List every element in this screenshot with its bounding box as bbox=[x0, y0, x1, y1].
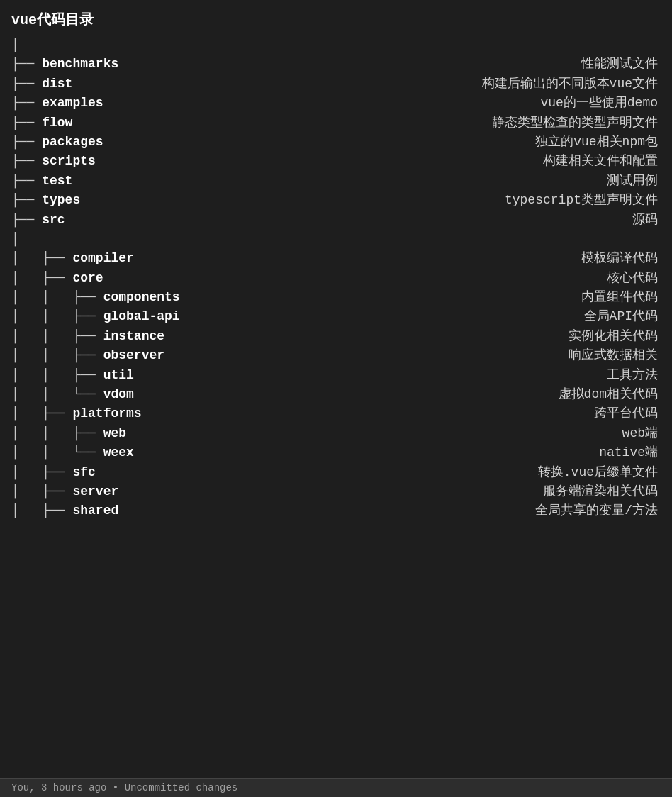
tree-item-comment: 响应式数据相关 bbox=[526, 347, 658, 364]
tree-item-comment: 测试用例 bbox=[564, 173, 658, 189]
tree-prefix: ├── bbox=[11, 115, 42, 131]
tree-prefix: │ ├── bbox=[11, 503, 72, 519]
tree-row: │ │ └── vdom虚拟dom相关代码 bbox=[11, 385, 658, 404]
tree-item-name: server bbox=[72, 484, 118, 500]
tree-prefix: │ │ ├── bbox=[11, 347, 103, 364]
tree-prefix: ├── bbox=[11, 76, 42, 92]
tree-item-comment: 全局API代码 bbox=[542, 308, 658, 325]
tree-item-name: packages bbox=[42, 134, 103, 150]
tree-item-name: components bbox=[103, 289, 180, 306]
tree-row: ├── scripts构建相关文件和配置 bbox=[11, 152, 658, 171]
tree-prefix: │ ├── bbox=[11, 270, 72, 286]
tree-item-comment: 构建相关文件和配置 bbox=[500, 153, 658, 169]
tree-prefix: │ │ ├── bbox=[11, 425, 103, 442]
tree-item-name: platforms bbox=[72, 406, 141, 422]
tree-item-name: weex bbox=[103, 445, 134, 461]
tree-vertical-line-top: │ bbox=[11, 35, 658, 55]
tree-row: ├── examplesvue的一些使用demo bbox=[11, 94, 658, 113]
tree-item-comment: 服务端渲染相关代码 bbox=[500, 484, 658, 500]
tree-row: │ │ ├── util工具方法 bbox=[11, 366, 658, 385]
tree-prefix: ├── bbox=[11, 56, 42, 72]
tree-row: │ │ ├── webweb端 bbox=[11, 424, 658, 443]
tree-item-name: shared bbox=[72, 503, 118, 519]
tree-prefix: ├── bbox=[11, 173, 42, 189]
tree-row: │ ├── core核心代码 bbox=[11, 269, 658, 288]
tree-prefix: │ │ └── bbox=[11, 445, 103, 461]
tree-item-comment: 转换.vue后缀单文件 bbox=[495, 464, 658, 481]
tree-row: ├── benchmarks性能测试文件 bbox=[11, 55, 658, 74]
tree-row: │ │ ├── components内置组件代码 bbox=[11, 288, 658, 307]
tree-item-comment: 性能测试文件 bbox=[539, 56, 658, 72]
tree-item-comment: 跨平台代码 bbox=[551, 406, 658, 422]
tree-item-name: src bbox=[42, 212, 65, 228]
tree-prefix: ├── bbox=[11, 212, 42, 228]
tree-item-comment: vue的一些使用demo bbox=[498, 95, 658, 111]
tree-prefix: │ │ ├── bbox=[11, 289, 103, 306]
tree-item-comment: 模板编译代码 bbox=[539, 250, 658, 267]
tree-item-comment: 工具方法 bbox=[564, 367, 658, 384]
tree-container: ├── benchmarks性能测试文件├── dist构建后输出的不同版本vu… bbox=[11, 55, 658, 520]
tree-item-comment: 独立的vue相关npm包 bbox=[493, 134, 658, 150]
tree-prefix: │ │ ├── bbox=[11, 367, 103, 384]
tree-item-comment: web端 bbox=[580, 425, 658, 442]
tree-item-comment: 虚拟dom相关代码 bbox=[516, 386, 658, 403]
tree-row: ├── test测试用例 bbox=[11, 172, 658, 191]
tree-item-comment: 核心代码 bbox=[564, 270, 658, 286]
tree-prefix: ├── bbox=[11, 192, 42, 208]
tree-row: │ ├── sfc转换.vue后缀单文件 bbox=[11, 463, 658, 482]
tree-item-comment: 构建后输出的不同版本vue文件 bbox=[439, 76, 658, 92]
tree-item-comment: 源码 bbox=[590, 212, 658, 228]
tree-row: │ ├── compiler模板编译代码 bbox=[11, 249, 658, 268]
tree-prefix: │ │ ├── bbox=[11, 308, 103, 325]
tree-prefix: │ ├── bbox=[11, 484, 72, 500]
tree-item-comment: 实例化相关代码 bbox=[526, 328, 658, 345]
tree-row: │ │ ├── observer响应式数据相关 bbox=[11, 346, 658, 365]
tree-item-name: examples bbox=[42, 95, 103, 111]
tree-item-name: util bbox=[103, 367, 134, 384]
tree-item-name: test bbox=[42, 173, 72, 189]
tree-prefix: │ ├── bbox=[11, 406, 72, 422]
status-bar: You, 3 hours ago • Uncommitted changes bbox=[0, 778, 672, 797]
tree-item-name: sfc bbox=[72, 464, 95, 481]
tree-row: │ │ ├── instance实例化相关代码 bbox=[11, 327, 658, 346]
tree-item-comment: typescript类型声明文件 bbox=[462, 192, 658, 208]
tree-item-comment: 静态类型检查的类型声明文件 bbox=[449, 115, 658, 131]
tree-item-comment: native端 bbox=[556, 445, 658, 461]
tree-item-name: flow bbox=[42, 115, 72, 131]
tree-item-name: types bbox=[42, 192, 80, 208]
tree-item-name: vdom bbox=[103, 386, 134, 403]
tree-row: ├── flow静态类型检查的类型声明文件 bbox=[11, 113, 658, 133]
tree-item-name: global-api bbox=[103, 308, 180, 325]
tree-row: ├── packages独立的vue相关npm包 bbox=[11, 133, 658, 152]
tree-prefix: ├── bbox=[11, 134, 42, 150]
tree-item-comment: 内置组件代码 bbox=[539, 289, 658, 306]
tree-row: │ ├── platforms跨平台代码 bbox=[11, 404, 658, 423]
tree-prefix: │ ├── bbox=[11, 250, 72, 267]
tree-row: │ │ ├── global-api全局API代码 bbox=[11, 307, 658, 326]
tree-prefix: │ ├── bbox=[11, 464, 72, 481]
tree-item-name: instance bbox=[103, 328, 164, 345]
tree-vertical-line: │ bbox=[11, 230, 658, 249]
tree-item-name: compiler bbox=[72, 250, 133, 267]
tree-row: ├── typestypescript类型声明文件 bbox=[11, 191, 658, 210]
tree-prefix: │ │ └── bbox=[11, 386, 103, 403]
page-title: vue代码目录 bbox=[11, 11, 658, 30]
tree-row: ├── dist构建后输出的不同版本vue文件 bbox=[11, 74, 658, 94]
tree-item-name: dist bbox=[42, 76, 72, 92]
tree-item-name: benchmarks bbox=[42, 56, 118, 72]
tree-row: │ ├── shared全局共享的变量/方法 bbox=[11, 501, 658, 520]
tree-prefix: ├── bbox=[11, 95, 42, 111]
tree-row: │ │ └── weexnative端 bbox=[11, 443, 658, 462]
tree-item-name: core bbox=[72, 270, 103, 286]
tree-row: │ ├── server服务端渲染相关代码 bbox=[11, 482, 658, 501]
tree-prefix: │ │ ├── bbox=[11, 328, 103, 345]
tree-item-comment: 全局共享的变量/方法 bbox=[493, 503, 658, 519]
tree-item-name: observer bbox=[103, 347, 164, 364]
tree-row: ├── src源码 bbox=[11, 211, 658, 230]
tree-item-name: web bbox=[103, 425, 126, 442]
tree-prefix: ├── bbox=[11, 153, 42, 169]
tree-item-name: scripts bbox=[42, 153, 96, 169]
